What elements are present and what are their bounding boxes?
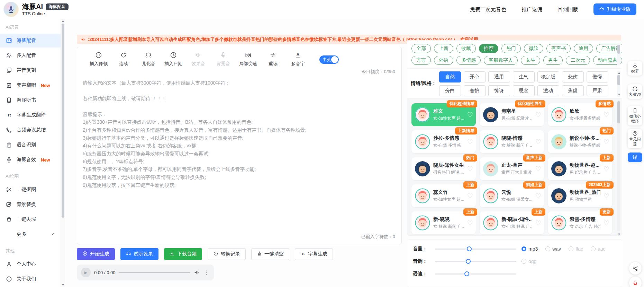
category-tag-外语[interactable]: 外语 [434, 56, 453, 65]
format-wav[interactable]: wav [545, 246, 561, 252]
voice-card-新-晓晓[interactable]: 新-晓晓女 解说 新闻 广...♡上新 [411, 211, 476, 234]
sidebar-item-1-2[interactable]: 一键去瑕 [0, 212, 61, 226]
sidebar-item-0-5[interactable]: Tt字幕生成翻译 [0, 108, 61, 122]
voice-card-云悦[interactable]: 云悦女-御姐 温柔女...♡御姐上新 [480, 184, 544, 207]
player-seekbar[interactable] [119, 272, 190, 273]
favorite-heart-icon[interactable]: ♡ [467, 112, 473, 118]
emotion-生气[interactable]: 生气 [513, 71, 535, 82]
emotion-通用[interactable]: 通用 [488, 71, 510, 82]
action-button-3[interactable]: 转换记录 [208, 248, 246, 260]
favorite-heart-icon[interactable]: ♡ [535, 139, 541, 145]
format-mp3[interactable]: mp3 [521, 246, 538, 252]
voice-card-晓晓-情感[interactable]: 晓晓-情感女 解说 新闻 广...♡ [480, 130, 544, 153]
action-button-1[interactable]: 试听效果 [120, 248, 158, 260]
tool-插入日期[interactable]: 插入日期 [161, 51, 186, 67]
category-tag-二次元[interactable]: 二次元 [566, 56, 590, 65]
rail-item-常见问题[interactable]: 常见问题 [628, 129, 642, 148]
favorite-heart-icon[interactable]: ♡ [604, 220, 609, 226]
header-nav-item-0[interactable]: 免费二次元音色 [470, 6, 506, 13]
category-tag-客服数字人[interactable]: 客服数字人 [484, 56, 518, 65]
tts-text-input[interactable] [83, 79, 396, 228]
voice-card-紫雪-多情感[interactable]: 紫雪-多情感女 语录 广告 纯净♡更新 [548, 211, 612, 234]
rail-item-qq群[interactable]: qq群 [628, 61, 642, 76]
voice-card-雅文[interactable]: 雅文女-知性女声 超...♡优化超强情感 [411, 103, 476, 126]
sidebar-item-0-0[interactable]: A海豚配音 [0, 34, 61, 47]
format-aac[interactable]: aac [591, 246, 606, 252]
share-icon[interactable] [629, 262, 642, 275]
action-button-4[interactable]: 一键清空 [251, 248, 289, 260]
format-flac[interactable]: flac [569, 246, 583, 252]
voice-card-欣欣[interactable]: 欣欣女-多场景多情感♡多情感 [548, 103, 612, 126]
emotion-焦虑[interactable]: 焦虑 [562, 85, 584, 96]
emotion-开心[interactable]: 开心 [464, 71, 486, 82]
sidebar-item-0-4[interactable]: 海豚听书 [0, 93, 61, 107]
rail-item-微信小程序[interactable]: 微信小程序 [628, 106, 642, 125]
slider-thumb[interactable] [466, 259, 471, 264]
voice-card-晓辰-知性女生[interactable]: 晓辰-知性女生抖音热门 解说 ...♡热门 [411, 157, 476, 180]
category-tag-通用[interactable]: 通用 [574, 44, 593, 53]
voice-card-新-晓辰-知性...[interactable]: 新-晓辰-知性...女-自然 解说 广...♡上新 [480, 211, 544, 234]
sidebar-scrollbar[interactable]: ▲ ▼ [61, 19, 65, 287]
format-ogg[interactable]: ogg [521, 259, 536, 264]
hot-icon[interactable] [629, 277, 642, 287]
tool-效果音[interactable]: 效果音 [186, 51, 211, 67]
category-tag-推荐[interactable]: 推荐 [479, 44, 498, 53]
emotion-scrollbar[interactable]: ▲ ▼ [617, 71, 620, 97]
voice-card-沙拉-多情感[interactable]: 沙拉-多情感女-自然 多情感♡上新情感 [411, 130, 476, 153]
emotion-自然[interactable]: 自然 [439, 71, 461, 82]
sidebar-item-0-3[interactable]: 变声翻唱New [0, 78, 61, 92]
emotion-害怕[interactable]: 害怕 [464, 85, 486, 96]
sidebar-item-1-3[interactable]: 更多 [0, 227, 61, 241]
category-tag-男生[interactable]: 男生 [543, 56, 563, 65]
voice-card-蕊文竹[interactable]: 蕊文竹女-知性女声 超...♡上新 [411, 184, 476, 207]
scroll-up-arrow[interactable]: ▲ [61, 19, 65, 23]
favorite-heart-icon[interactable]: ♡ [604, 139, 609, 145]
sidebar-item-0-6[interactable]: 音频会议总结 [0, 123, 61, 137]
voice-card-动物世界_热门[interactable]: 动物世界_热门男 动物世界♡202503上新 [548, 184, 612, 207]
tool-连续[interactable]: 连续 [111, 51, 136, 67]
cards-scroll-thumb[interactable] [617, 101, 620, 123]
favorite-heart-icon[interactable]: ♡ [467, 166, 473, 172]
slider-thumb[interactable] [467, 246, 472, 251]
emotion-傲慢[interactable]: 傲慢 [587, 71, 608, 82]
slider-2[interactable] [435, 273, 516, 275]
header-nav-item-2[interactable]: 回到旧版 [557, 6, 578, 13]
category-tag-收藏[interactable]: 收藏 [456, 44, 476, 53]
emotion-惊讶[interactable]: 惊讶 [488, 85, 510, 96]
sidebar-item-1-1[interactable]: 背景替换 [0, 198, 61, 211]
favorite-heart-icon[interactable]: ♡ [535, 193, 541, 199]
slider-thumb[interactable] [464, 271, 469, 276]
favorite-heart-icon[interactable]: ♡ [535, 220, 541, 226]
category-tag-有声书[interactable]: 有声书 [546, 44, 571, 53]
tags-scroll-thumb[interactable] [617, 45, 620, 54]
emotion-严肃[interactable]: 严肃 [587, 85, 608, 96]
emotion-思念[interactable]: 思念 [513, 85, 535, 96]
voice-card-动物世界-赵...[interactable]: 动物世界-赵...男 纪录片 广告 ...♡上新 [548, 157, 612, 180]
sidebar-item-0-8[interactable]: 海豚音效New [0, 153, 61, 167]
tool-重读[interactable]: 重读 [261, 51, 285, 67]
category-tag-方言[interactable]: 方言 [411, 56, 431, 65]
category-tag-上新[interactable]: 上新 [434, 44, 453, 53]
favorite-heart-icon[interactable]: ♡ [467, 220, 473, 226]
header-nav-item-1[interactable]: 推广返佣 [521, 6, 542, 13]
sidebar-item-1-0[interactable]: 一键抠图 [0, 183, 61, 197]
slider-1[interactable] [435, 261, 516, 262]
voice-card-海南星[interactable]: 海南星男-自然 纪录片 ...♡优化磁性男生 [480, 103, 544, 126]
favorite-heart-icon[interactable]: ♡ [604, 166, 609, 172]
category-tag-热门[interactable]: 热门 [501, 44, 521, 53]
tool-局部变速[interactable]: 局部变速 [236, 51, 261, 67]
rail-item-客服VX[interactable]: 客服VX [628, 84, 642, 99]
scroll-down-arrow[interactable]: ▼ [61, 283, 65, 287]
emotion-旁白[interactable]: 旁白 [439, 85, 461, 96]
favorite-heart-icon[interactable]: ♡ [467, 139, 473, 145]
emotion-scroll-thumb[interactable] [617, 75, 620, 85]
category-tag-女生[interactable]: 女生 [521, 56, 540, 65]
sidebar-item-0-2[interactable]: 声音复刻 [0, 63, 61, 77]
category-tag-全部[interactable]: 全部 [411, 44, 431, 53]
sidebar-item-2-0[interactable]: 个人中心 [0, 257, 61, 271]
action-button-5[interactable]: Tt字幕生成 [295, 248, 333, 260]
sidebar-item-2-1[interactable]: 关于我们 [0, 272, 61, 286]
sidebar-item-0-1[interactable]: 多人配音 [0, 49, 61, 62]
favorite-heart-icon[interactable]: ♡ [467, 193, 473, 199]
volume-icon[interactable] [194, 270, 199, 275]
